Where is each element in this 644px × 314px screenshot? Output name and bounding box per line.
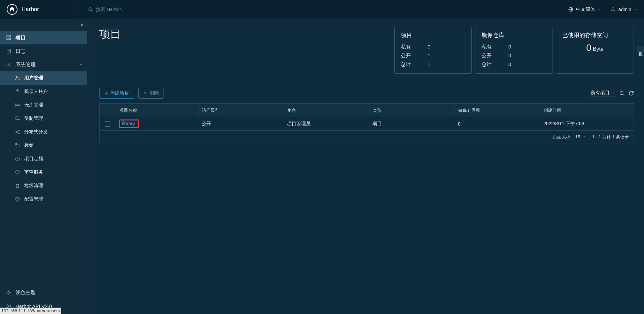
sidebar-collapse-button[interactable]: [0, 19, 89, 31]
page-size-dropdown[interactable]: 15: [573, 134, 586, 140]
sidebar-item-replication[interactable]: 复制管理: [0, 112, 89, 125]
svg-point-24: [17, 89, 17, 90]
select-all-cell[interactable]: [100, 104, 116, 117]
main-content: 抢日志 项目 项目 私有0 公开1 总计1 镜像仓库 私有0 公开0 总计0 已…: [89, 19, 644, 314]
sidebar-item-interrogation[interactable]: 审查服务: [0, 166, 89, 179]
column-header-type[interactable]: 类型: [369, 104, 455, 117]
column-header-time[interactable]: 创建时间: [540, 104, 634, 117]
card-title: 已使用的存储空间: [562, 31, 628, 39]
svg-line-50: [623, 94, 624, 95]
app-header: Harbor 中文简体 admin: [0, 0, 644, 19]
page-title: 项目: [99, 27, 121, 42]
sidebar-item-robots[interactable]: 机器人账户: [0, 85, 89, 98]
svg-point-49: [620, 92, 623, 95]
card-row-value: 1: [428, 60, 430, 69]
storage-value: 0Byte: [562, 42, 628, 53]
language-switcher[interactable]: 中文简体: [568, 6, 601, 12]
language-label: 中文简体: [576, 6, 595, 12]
row-select-cell[interactable]: [100, 117, 116, 130]
tag-icon: [15, 143, 20, 148]
svg-point-21: [16, 92, 17, 92]
sidebar-item-users[interactable]: 用户管理: [0, 71, 87, 85]
sidebar-item-registries[interactable]: 仓库管理: [0, 98, 89, 112]
side-tab[interactable]: 抢日志: [637, 46, 644, 52]
svg-rect-10: [9, 38, 11, 40]
close-icon: [143, 91, 147, 95]
chevron-down-icon: [612, 91, 615, 95]
svg-rect-9: [7, 38, 8, 40]
page-size-selector: 页面大小 15: [553, 134, 586, 140]
svg-line-30: [16, 132, 18, 133]
card-row-label: 私有: [401, 42, 428, 51]
sidebar-item-projects[interactable]: 项目: [0, 31, 87, 44]
project-filter-dropdown[interactable]: 所有项目: [591, 90, 615, 97]
cell-role: 项目管理员: [284, 117, 369, 130]
sidebar-item-config[interactable]: 配置管理: [0, 193, 89, 206]
registry-icon: [15, 102, 20, 108]
sidebar-item-label: 日志: [15, 48, 26, 55]
user-menu[interactable]: admin: [610, 7, 637, 12]
sidebar-item-admin[interactable]: 系统管理: [0, 58, 89, 71]
sidebar-item-label: 复制管理: [24, 115, 43, 121]
page-size-value: 15: [575, 134, 580, 139]
svg-rect-20: [16, 91, 19, 93]
card-title: 项目: [401, 31, 465, 39]
column-header-name[interactable]: 项目名称: [116, 104, 198, 117]
page-size-label: 页面大小: [553, 134, 570, 140]
checkbox-icon: [105, 121, 110, 127]
sidebar-item-label: 审查服务: [24, 169, 43, 175]
svg-line-42: [10, 291, 10, 291]
svg-point-43: [8, 305, 9, 307]
logs-icon: [6, 48, 11, 54]
svg-line-39: [7, 291, 7, 291]
sidebar-item-distribution[interactable]: 分布式分发: [0, 125, 89, 139]
sidebar-item-gc[interactable]: 垃圾清理: [0, 179, 89, 193]
chevron-down-icon: [582, 135, 585, 138]
card-repos: 镜像仓库 私有0 公开0 总计0: [475, 27, 552, 74]
table-footer: 页面大小 15 1 - 1 共计 1 条记录: [99, 131, 634, 143]
refresh-icon[interactable]: [629, 91, 634, 96]
card-row-label: 总计: [481, 60, 508, 69]
header-right: 中文简体 admin: [568, 6, 637, 12]
storage-unit: Byte: [593, 46, 604, 52]
sidebar-item-quotas[interactable]: 项目定额: [0, 152, 89, 166]
card-row-value: 0: [508, 42, 511, 51]
chevron-down-icon: [634, 8, 637, 11]
card-row-value: 0: [508, 60, 511, 69]
user-label: admin: [618, 7, 631, 12]
delete-button[interactable]: 删除: [138, 88, 164, 99]
button-label: 新建项目: [110, 90, 129, 96]
svg-line-41: [7, 293, 7, 294]
search-input[interactable]: [96, 7, 163, 12]
sidebar-item-logs[interactable]: 日志: [0, 44, 89, 58]
new-project-button[interactable]: 新建项目: [99, 88, 134, 99]
column-header-role[interactable]: 角色: [284, 104, 369, 117]
quota-icon: [15, 156, 20, 162]
sidebar-item-label: 系统管理: [15, 62, 36, 68]
sidebar-item-label: 浅色主题: [15, 289, 36, 296]
sidebar-item-label: 配置管理: [24, 196, 43, 202]
sidebar-item-label: 项目定额: [24, 156, 43, 162]
search-icon[interactable]: [619, 91, 624, 96]
project-name-link[interactable]: library: [122, 121, 135, 126]
global-search[interactable]: [74, 0, 163, 19]
pagination-summary: 1 - 1 共计 1 条记录: [592, 134, 629, 140]
column-header-repos[interactable]: 镜像仓库数: [455, 104, 540, 117]
svg-point-34: [8, 291, 9, 293]
sidebar-item-labels[interactable]: 标签: [0, 139, 89, 152]
svg-point-25: [16, 103, 20, 104]
svg-point-18: [16, 76, 17, 78]
chevron-down-icon: [79, 63, 83, 67]
svg-point-17: [9, 65, 11, 66]
svg-rect-8: [9, 36, 11, 37]
card-row-label: 公开: [401, 51, 428, 60]
chevron-down-icon: [598, 8, 601, 11]
column-header-access[interactable]: 访问级别: [198, 104, 284, 117]
card-row-label: 私有: [481, 42, 508, 51]
sidebar-item-theme[interactable]: 浅色主题: [0, 286, 89, 299]
table-row: library 公开 项目管理员 项目 0 2022/8/11 下午7:03: [100, 117, 634, 131]
svg-point-26: [15, 131, 16, 132]
plus-icon: [104, 91, 108, 95]
sidebar-item-label: 分布式分发: [24, 129, 48, 135]
card-title: 镜像仓库: [481, 31, 546, 39]
